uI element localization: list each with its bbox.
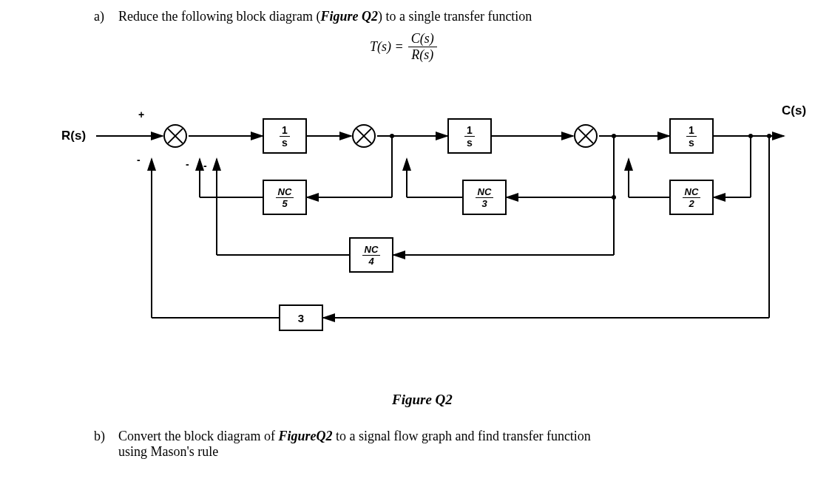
g2-den: s	[464, 137, 475, 148]
h3-num: NC	[683, 187, 701, 198]
summing-junction-1	[163, 124, 187, 148]
summing-junction-2	[352, 124, 376, 148]
qa-text2: ) to a single transfer function	[378, 9, 532, 24]
sign-minus-2: -	[186, 158, 189, 170]
h3-den: 2	[683, 198, 701, 208]
pickoff-node	[612, 195, 616, 200]
block-h5: 3	[279, 304, 323, 331]
qb-text2: to a signal flow graph and find transfer…	[332, 429, 590, 443]
block-h1: NC 5	[263, 180, 307, 215]
h1-den: 5	[276, 198, 294, 208]
pickoff-node	[748, 134, 753, 138]
h5-val: 3	[298, 312, 304, 324]
h4-den: 4	[362, 256, 381, 266]
sign-minus-1: -	[137, 154, 141, 166]
pickoff-node	[612, 134, 616, 138]
block-g1: 1 s	[263, 118, 307, 154]
block-h2: NC 3	[462, 180, 507, 215]
g1-num: 1	[280, 125, 290, 137]
qa-text1: Reduce the following block diagram (	[118, 9, 320, 24]
h2-den: 3	[476, 198, 494, 208]
block-h4: NC 4	[349, 237, 393, 273]
block-diagram: R(s) C(s) + - - - 1 s 1 s 1 s NC 5 NC	[55, 96, 814, 370]
summing-junction-3	[574, 124, 598, 148]
h2-num: NC	[476, 187, 494, 198]
question-a-text: Reduce the following block diagram (Figu…	[118, 9, 532, 24]
question-b-prefix: b)	[94, 429, 105, 444]
g1-den: s	[280, 137, 290, 148]
g2-num: 1	[464, 125, 475, 137]
h1-num: NC	[276, 187, 294, 198]
eq-lhs: T(s) =	[370, 39, 404, 55]
output-label: C(s)	[782, 103, 806, 118]
pickoff-node	[390, 134, 394, 138]
pickoff-node	[767, 134, 771, 138]
figure-caption: Figure Q2	[392, 392, 453, 408]
input-label: R(s)	[61, 129, 86, 143]
sign-plus-1: +	[138, 109, 144, 120]
qb-figref: FigureQ2	[278, 429, 332, 443]
qb-text1: Convert the block diagram of	[118, 429, 278, 443]
h4-num: NC	[362, 245, 381, 256]
qb-text3: using Mason's rule	[118, 444, 218, 459]
g3-num: 1	[686, 125, 697, 137]
g3-den: s	[686, 137, 697, 148]
sign-minus-3: -	[203, 160, 207, 171]
question-b-text: Convert the block diagram of FigureQ2 to…	[118, 429, 762, 460]
block-g2: 1 s	[447, 118, 492, 154]
question-a-prefix: a)	[94, 9, 104, 24]
transfer-equation: T(s) = C(s) R(s)	[370, 31, 437, 63]
block-g3: 1 s	[669, 118, 714, 154]
eq-den: R(s)	[408, 47, 437, 63]
qa-figref: Figure Q2	[320, 9, 378, 24]
eq-num: C(s)	[408, 31, 437, 47]
block-h3: NC 2	[669, 180, 714, 215]
